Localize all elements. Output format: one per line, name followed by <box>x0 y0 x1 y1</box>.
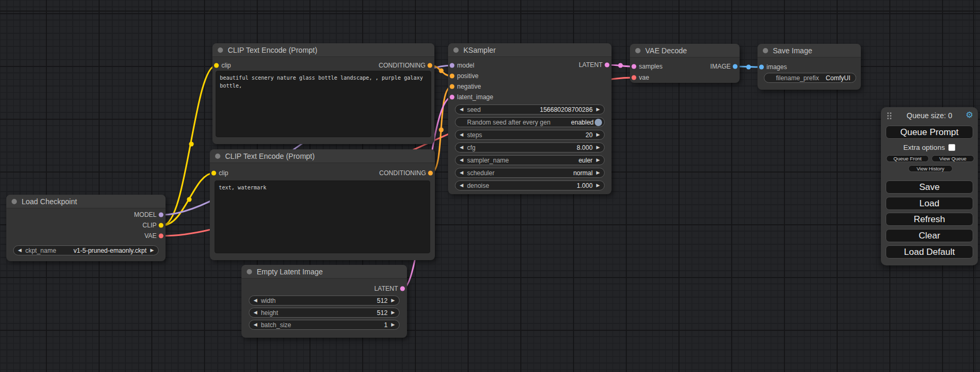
increment-arrow-icon[interactable]: ▶ <box>596 183 600 188</box>
save-button[interactable]: Save <box>886 180 973 194</box>
scheduler-widget[interactable]: ◀ scheduler normal ▶ <box>455 168 605 178</box>
node-title-label: Save Image <box>773 46 812 55</box>
port-model-output[interactable] <box>159 213 163 217</box>
positive-prompt-textarea[interactable]: beautiful scenery nature glass bottle la… <box>216 71 431 137</box>
output-row-latent: LATENT <box>374 284 407 293</box>
decrement-arrow-icon[interactable]: ◀ <box>254 298 257 303</box>
height-widget[interactable]: ◀ height 512 ▶ <box>249 308 400 318</box>
input-label: latent_image <box>457 93 493 101</box>
port-image-output[interactable] <box>733 64 738 69</box>
port-clip-output[interactable] <box>159 223 163 228</box>
toggle-enabled-indicator[interactable] <box>595 119 602 126</box>
port-positive-input[interactable] <box>450 74 454 79</box>
port-vae-input[interactable] <box>632 75 636 80</box>
node-title-bar[interactable]: VAE Decode <box>630 44 740 58</box>
collapse-dot-icon[interactable] <box>247 269 252 274</box>
link-dot-image-to-save <box>746 65 751 70</box>
node-graph-canvas[interactable]: { "colors": { "canvas_bg": "#232427", "n… <box>0 0 980 372</box>
decrement-arrow-icon[interactable]: ◀ <box>460 158 463 163</box>
increment-arrow-icon[interactable]: ▶ <box>596 145 600 150</box>
node-vae-decode[interactable]: VAE Decode samples IMAGE vae <box>630 44 740 83</box>
collapse-dot-icon[interactable] <box>635 48 641 53</box>
port-vae-output[interactable] <box>159 234 163 239</box>
port-clip-input[interactable] <box>214 63 219 68</box>
increment-arrow-icon[interactable]: ▶ <box>391 298 395 303</box>
filename-prefix-widget[interactable]: filename_prefix ComfyUI <box>764 73 856 83</box>
port-clip-input[interactable] <box>211 171 216 176</box>
decrement-arrow-icon[interactable]: ◀ <box>460 145 463 150</box>
port-images-input[interactable] <box>759 65 764 70</box>
node-title-bar[interactable]: CLIP Text Encode (Prompt) <box>210 149 435 163</box>
decrement-arrow-icon[interactable]: ◀ <box>460 107 463 112</box>
view-queue-button[interactable]: View Queue <box>932 155 974 162</box>
increment-arrow-icon[interactable]: ▶ <box>596 170 600 175</box>
increment-arrow-icon[interactable]: ▶ <box>391 310 395 315</box>
port-latent-output[interactable] <box>605 63 609 68</box>
queue-prompt-button[interactable]: Queue Prompt <box>886 126 973 139</box>
port-latent-image-input[interactable] <box>450 95 454 100</box>
input-label: model <box>457 62 474 69</box>
collapse-dot-icon[interactable] <box>12 199 17 204</box>
extra-options-checkbox[interactable] <box>948 144 955 151</box>
input-label: images <box>766 63 787 71</box>
node-clip-text-encode-positive[interactable]: CLIP Text Encode (Prompt) clip CONDITION… <box>212 43 434 144</box>
negative-prompt-textarea[interactable]: text, watermark <box>215 180 430 253</box>
seed-widget[interactable]: ◀ seed 156680208700286 ▶ <box>455 104 605 115</box>
node-title-bar[interactable]: Save Image <box>758 44 861 58</box>
random-seed-toggle-widget[interactable]: Random seed after every gen enabled <box>455 117 605 127</box>
node-title-bar[interactable]: Empty Latent Image <box>241 265 407 279</box>
sampler-name-widget[interactable]: ◀ sampler_name euler ▶ <box>455 155 605 165</box>
decrement-arrow-icon[interactable]: ◀ <box>254 310 257 315</box>
widget-label: width <box>261 297 276 304</box>
node-ksampler[interactable]: KSampler model LATENT positive negative … <box>448 43 612 194</box>
collapse-dot-icon[interactable] <box>453 47 459 53</box>
increment-arrow-icon[interactable]: ▶ <box>596 107 600 112</box>
increment-arrow-icon[interactable]: ▶ <box>150 248 154 253</box>
denoise-widget[interactable]: ◀ denoise 1.000 ▶ <box>455 180 605 190</box>
decrement-arrow-icon[interactable]: ◀ <box>254 322 257 327</box>
input-row-latent-image: latent_image <box>448 92 493 102</box>
batch-size-widget[interactable]: ◀ batch_size 1 ▶ <box>249 320 400 330</box>
port-samples-input[interactable] <box>632 64 636 69</box>
steps-widget[interactable]: ◀ steps 20 ▶ <box>455 130 605 140</box>
clear-button[interactable]: Clear <box>886 229 973 242</box>
node-empty-latent-image[interactable]: Empty Latent Image LATENT ◀ width 512 ▶ … <box>241 265 407 338</box>
drag-handle-icon[interactable] <box>887 112 889 114</box>
increment-arrow-icon[interactable]: ▶ <box>391 322 395 327</box>
collapse-dot-icon[interactable] <box>215 154 220 159</box>
output-row-latent: LATENT <box>579 60 612 70</box>
increment-arrow-icon[interactable]: ▶ <box>596 158 600 163</box>
collapse-dot-icon[interactable] <box>218 47 223 53</box>
node-save-image[interactable]: Save Image images filename_prefix ComfyU… <box>758 44 861 90</box>
node-clip-text-encode-negative[interactable]: CLIP Text Encode (Prompt) clip CONDITION… <box>210 149 435 260</box>
node-title-bar[interactable]: CLIP Text Encode (Prompt) <box>212 43 434 57</box>
decrement-arrow-icon[interactable]: ◀ <box>460 183 463 188</box>
settings-gear-icon[interactable]: ⚙ <box>966 110 973 120</box>
port-conditioning-output[interactable] <box>428 171 433 176</box>
collapse-dot-icon[interactable] <box>763 48 768 53</box>
widget-value: 512 <box>377 297 387 304</box>
decrement-arrow-icon[interactable]: ◀ <box>460 132 463 137</box>
input-row-images: images <box>758 62 787 72</box>
ckpt-name-widget[interactable]: ◀ ckpt_name v1-5-pruned-emaonly.ckpt ▶ <box>13 245 159 255</box>
decrement-arrow-icon[interactable]: ◀ <box>460 170 463 175</box>
port-negative-input[interactable] <box>450 84 454 89</box>
input-row-model: model <box>448 61 474 70</box>
view-history-button[interactable]: View History <box>908 165 953 172</box>
port-latent-output[interactable] <box>400 287 405 291</box>
load-button[interactable]: Load <box>886 197 973 210</box>
port-conditioning-output[interactable] <box>428 63 432 68</box>
load-default-button[interactable]: Load Default <box>886 245 973 259</box>
node-title-bar[interactable]: Load Checkpoint <box>6 195 166 208</box>
cfg-widget[interactable]: ◀ cfg 8.000 ▶ <box>455 142 605 152</box>
node-title-label: Empty Latent Image <box>257 268 323 276</box>
port-model-input[interactable] <box>450 63 454 68</box>
decrement-arrow-icon[interactable]: ◀ <box>18 248 22 253</box>
node-load-checkpoint[interactable]: Load Checkpoint MODEL CLIP VAE ◀ ckpt_na… <box>6 195 166 261</box>
width-widget[interactable]: ◀ width 512 ▶ <box>249 295 400 306</box>
node-title-bar[interactable]: KSampler <box>448 43 612 57</box>
queue-front-button[interactable]: Queue Front <box>886 155 929 162</box>
refresh-button[interactable]: Refresh <box>886 213 973 226</box>
increment-arrow-icon[interactable]: ▶ <box>596 132 600 137</box>
output-row-model: MODEL <box>134 210 166 220</box>
